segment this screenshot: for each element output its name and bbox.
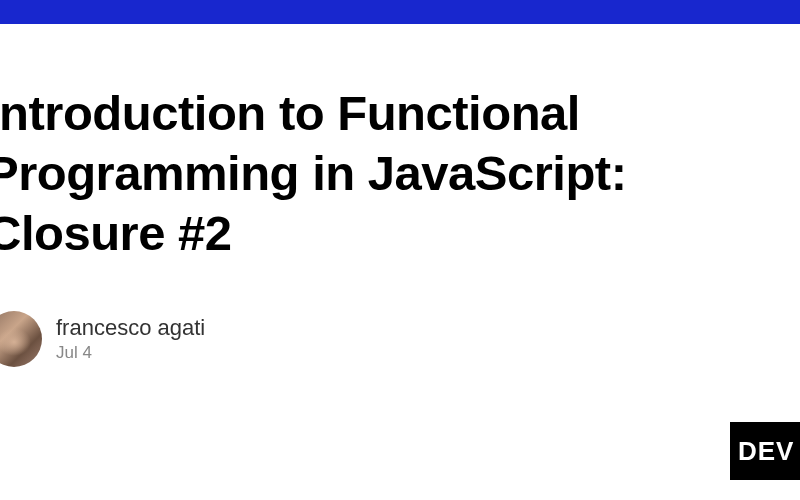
post-date: Jul 4 (56, 343, 205, 363)
author-info: francesco agati Jul 4 (56, 315, 205, 363)
dev-logo-badge[interactable]: DEV (730, 422, 800, 480)
top-accent-bar (0, 0, 800, 24)
author-avatar[interactable] (0, 311, 42, 367)
article-content: Introduction to Functional Programming i… (0, 24, 800, 263)
article-title: Introduction to Functional Programming i… (0, 84, 800, 263)
author-name[interactable]: francesco agati (56, 315, 205, 341)
author-byline: francesco agati Jul 4 (0, 311, 800, 367)
dev-logo-text: DEV (738, 436, 794, 467)
